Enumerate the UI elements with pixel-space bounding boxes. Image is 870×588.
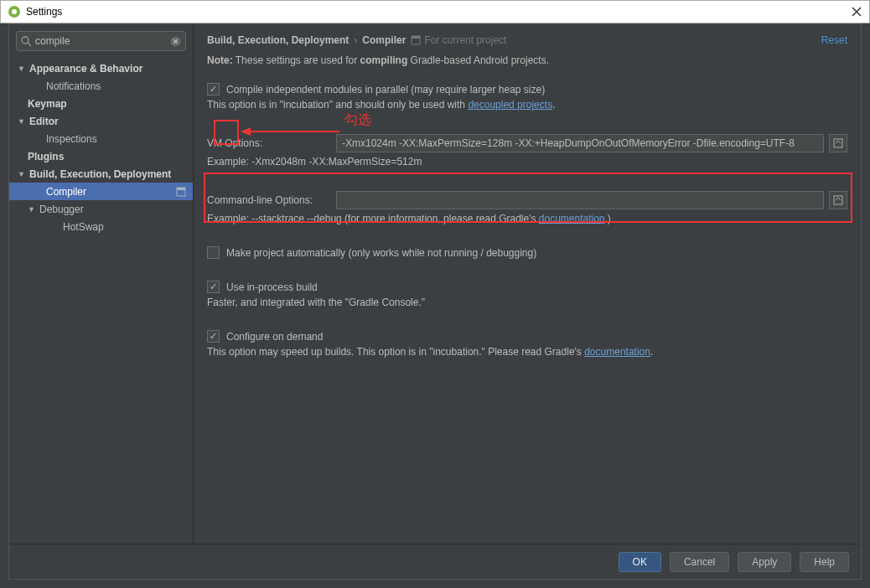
apply-button[interactable]: Apply <box>738 552 791 572</box>
tree-item-label: Compiler <box>46 186 86 198</box>
tree-item[interactable]: Keymap <box>9 95 193 112</box>
vm-options-expand-button[interactable] <box>829 134 847 152</box>
configure-on-demand-row: Configure on demand <box>207 330 847 343</box>
make-auto-label: Make project automatically (only works w… <box>226 247 536 259</box>
cli-options-expand-button[interactable] <box>829 191 847 209</box>
cli-options-input[interactable] <box>336 191 824 209</box>
tree-item[interactable]: ▼Debugger <box>9 200 193 218</box>
svg-point-2 <box>22 37 28 44</box>
breadcrumb-seg1: Build, Execution, Deployment <box>207 34 349 46</box>
vm-options-label: VM Options: <box>207 137 331 149</box>
compile-parallel-checkbox[interactable] <box>207 83 220 95</box>
compile-parallel-row: Compile independent modules in parallel … <box>207 83 847 95</box>
ok-button[interactable]: OK <box>619 552 661 572</box>
expand-icon <box>833 138 843 148</box>
breadcrumb-sep: › <box>354 34 357 46</box>
footer: OK Cancel Apply Help <box>9 544 861 579</box>
tree-item-label: Inspections <box>46 133 97 145</box>
gradle-docs-link[interactable]: documentation <box>539 213 605 224</box>
expand-icon <box>833 195 843 205</box>
scope-icon <box>176 187 186 197</box>
app-icon <box>8 5 21 18</box>
decoupled-projects-link[interactable]: decoupled projects <box>468 99 552 111</box>
main-panel: Build, Execution, Deployment › Compiler … <box>194 24 861 544</box>
search-icon <box>20 35 33 48</box>
svg-rect-8 <box>412 36 420 39</box>
cli-options-row: Command-line Options: <box>207 191 847 209</box>
vm-options-input[interactable] <box>336 134 824 152</box>
note-line: Note: These settings are used for compil… <box>207 54 847 66</box>
configure-on-demand-checkbox[interactable] <box>207 330 220 343</box>
inprocess-sub: Faster, and integrated with the "Gradle … <box>207 297 847 308</box>
tree-item[interactable]: Inspections <box>9 130 193 147</box>
gradle-docs-link-2[interactable]: documentation <box>584 346 650 358</box>
compile-parallel-sub: This option is in "incubation" and shoul… <box>207 99 847 111</box>
tree-item[interactable]: Plugins <box>9 147 193 165</box>
titlebar: Settings <box>0 0 870 23</box>
make-auto-checkbox[interactable] <box>207 246 220 259</box>
clear-icon[interactable] <box>169 35 182 48</box>
compile-parallel-label: Compile independent modules in parallel … <box>226 84 545 95</box>
vm-options-example: Example: -Xmx2048m -XX:MaxPermSize=512m <box>207 156 847 168</box>
make-auto-row: Make project automatically (only works w… <box>207 246 847 259</box>
tree-item-label: Notifications <box>46 80 101 92</box>
chevron-down-icon: ▼ <box>28 205 36 214</box>
breadcrumb-scope: For current project <box>411 34 506 46</box>
cli-options-label: Command-line Options: <box>207 194 331 206</box>
inprocess-label: Use in-process build <box>226 281 318 293</box>
tree-item-label: Keymap <box>28 98 67 110</box>
tree-item-label: Build, Execution, Deployment <box>29 168 171 180</box>
tree-item[interactable]: Notifications <box>9 77 193 95</box>
tree-item[interactable]: ▼Appearance & Behavior <box>9 59 193 77</box>
tree-item-label: Editor <box>29 116 59 127</box>
scope-icon <box>411 35 421 45</box>
close-icon[interactable] <box>851 6 862 18</box>
sidebar: ▼Appearance & BehaviorNotificationsKeyma… <box>9 24 194 544</box>
help-button[interactable]: Help <box>800 552 849 572</box>
reset-link[interactable]: Reset <box>821 34 847 46</box>
tree-item-label: Appearance & Behavior <box>29 63 142 75</box>
tree-item[interactable]: Compiler <box>9 183 193 200</box>
cancel-button[interactable]: Cancel <box>670 552 729 572</box>
configure-on-demand-label: Configure on demand <box>226 331 323 343</box>
settings-window: ▼Appearance & BehaviorNotificationsKeyma… <box>8 23 862 580</box>
cli-options-example: Example: --stacktrace --debug (for more … <box>207 213 847 224</box>
tree-item-label: HotSwap <box>63 221 104 233</box>
breadcrumb: Build, Execution, Deployment › Compiler … <box>207 34 847 46</box>
tree-item[interactable]: ▼Editor <box>9 112 193 130</box>
vm-options-row: VM Options: <box>207 134 847 152</box>
search-field[interactable] <box>16 31 186 51</box>
tree-item-label: Plugins <box>28 151 64 162</box>
tree-item-label: Debugger <box>39 204 84 215</box>
settings-tree[interactable]: ▼Appearance & BehaviorNotificationsKeyma… <box>9 56 193 544</box>
tree-item[interactable]: ▼Build, Execution, Deployment <box>9 165 193 183</box>
inprocess-row: Use in-process build <box>207 281 847 293</box>
svg-rect-6 <box>177 188 185 190</box>
inprocess-checkbox[interactable] <box>207 281 220 293</box>
chevron-down-icon: ▼ <box>18 117 26 126</box>
search-input[interactable] <box>35 35 165 47</box>
configure-on-demand-sub: This option may speed up builds. This op… <box>207 346 847 358</box>
breadcrumb-seg2: Compiler <box>362 34 406 46</box>
svg-point-1 <box>12 9 17 14</box>
chevron-down-icon: ▼ <box>18 64 26 73</box>
chevron-down-icon: ▼ <box>18 170 26 178</box>
window-title: Settings <box>26 6 62 18</box>
tree-item[interactable]: HotSwap <box>9 218 193 235</box>
svg-line-3 <box>28 43 31 46</box>
